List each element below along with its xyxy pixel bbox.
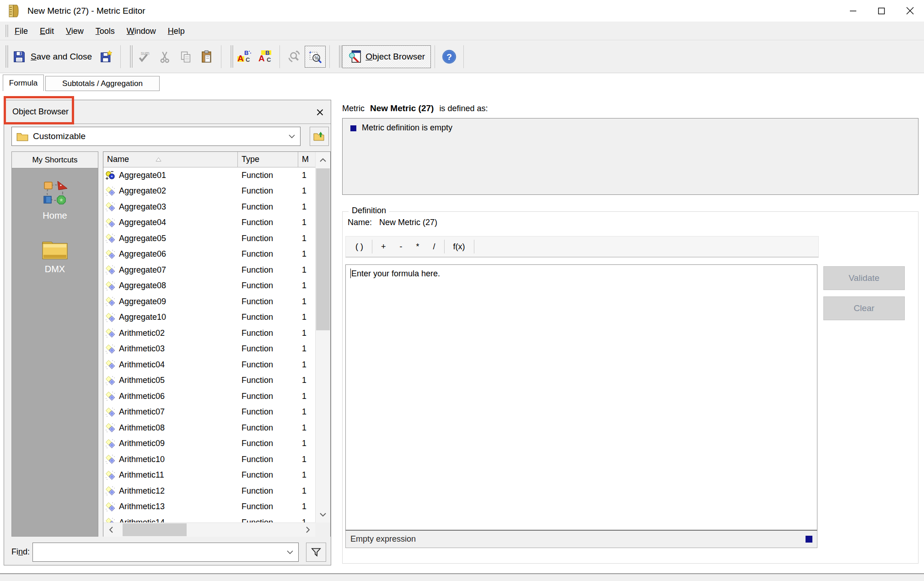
separator <box>435 45 435 68</box>
function-icon <box>105 376 115 386</box>
clear-button[interactable]: Clear <box>823 296 905 320</box>
operator-button[interactable]: + <box>374 237 393 257</box>
separator <box>474 240 474 253</box>
list-item[interactable]: Aggregate03 Function 1 <box>103 199 315 215</box>
list-item[interactable]: Arithmetic08 Function 1 <box>103 420 315 436</box>
name-value: New Metric (27) <box>379 218 437 227</box>
list-item[interactable]: Aggregate04 Function 1 <box>103 215 315 231</box>
scroll-up-icon[interactable] <box>316 152 330 167</box>
panel-close-icon[interactable] <box>314 107 325 118</box>
list-item[interactable]: Aggregate08 Function 1 <box>103 278 315 294</box>
minimize-button[interactable] <box>839 0 867 22</box>
horizontal-scrollbar[interactable] <box>103 522 315 537</box>
list-item[interactable]: Aggregate07 Function 1 <box>103 262 315 278</box>
function-icon <box>105 344 115 354</box>
close-button[interactable] <box>896 0 924 22</box>
list-item[interactable]: Arithmetic04 Function 1 <box>103 357 315 373</box>
shortcut-home[interactable]: Home <box>12 179 98 221</box>
list-item[interactable]: Arithmetic11 Function 1 <box>103 468 315 484</box>
chevron-down-icon <box>286 550 294 554</box>
list-item[interactable]: Arithmetic02 Function 1 <box>103 325 315 341</box>
object-modified: 1 <box>298 281 315 290</box>
list-item[interactable]: Arithmetic06 Function 1 <box>103 388 315 404</box>
view-formula-zoom-icon[interactable]: + % <box>305 46 326 68</box>
object-name: Arithmetic04 <box>119 360 165 370</box>
object-name: Aggregate04 <box>119 218 166 227</box>
validate-button[interactable]: Validate <box>823 266 905 290</box>
list-item[interactable]: Aggregate10 Function 1 <box>103 310 315 326</box>
toolbar-grip[interactable] <box>5 25 9 37</box>
operator-button[interactable]: ( ) <box>349 237 370 257</box>
toolbar-grip[interactable] <box>5 45 9 68</box>
svg-text:%: % <box>315 55 319 60</box>
toolbar-grip[interactable] <box>130 45 133 68</box>
column-header-modified[interactable]: M <box>298 152 315 167</box>
save-icon[interactable] <box>9 46 30 68</box>
horizontal-scroll-thumb[interactable] <box>123 523 187 536</box>
object-type: Function <box>238 171 298 180</box>
help-icon[interactable]: ? <box>439 46 460 68</box>
operator-button[interactable]: * <box>409 237 426 257</box>
object-modified: 1 <box>298 502 315 511</box>
object-modified: 1 <box>298 518 315 522</box>
operator-button[interactable]: - <box>393 237 409 257</box>
list-item[interactable]: Aggregate05 Function 1 <box>103 231 315 247</box>
list-item[interactable]: Arithmetic13 Function 1 <box>103 499 315 515</box>
save-and-close-button[interactable]: Save and Close <box>31 52 92 62</box>
object-type: Function <box>238 234 298 243</box>
shortcut-dmx[interactable]: DMX <box>12 237 98 274</box>
vertical-scroll-thumb[interactable] <box>316 168 330 330</box>
operator-button[interactable]: / <box>426 237 442 257</box>
folder-dropdown[interactable]: Customizable <box>11 127 301 146</box>
list-item[interactable]: Arithmetic09 Function 1 <box>103 436 315 452</box>
rename-abc-icon[interactable]: A B C <box>234 46 255 68</box>
list-item[interactable]: Aggregate02 Function 1 <box>103 183 315 199</box>
list-item[interactable]: Aggregate01 Function 1 <box>103 167 315 183</box>
list-item[interactable]: Arithmetic10 Function 1 <box>103 452 315 468</box>
column-header-type[interactable]: Type <box>238 152 298 167</box>
object-type: Function <box>238 202 298 212</box>
scroll-down-icon[interactable] <box>316 507 330 522</box>
paste-icon[interactable] <box>196 46 217 68</box>
object-modified: 1 <box>298 470 315 480</box>
save-as-icon[interactable] <box>96 46 117 68</box>
vertical-scrollbar[interactable] <box>315 152 330 522</box>
list-item[interactable]: Arithmetic07 Function 1 <box>103 404 315 420</box>
menu-item-view[interactable]: View <box>60 22 90 40</box>
tab-subtotals-aggregation[interactable]: Subtotals / Aggregation <box>45 76 160 91</box>
column-header-name[interactable]: Name <box>103 152 238 167</box>
list-item[interactable]: Arithmetic14 Function 1 <box>103 515 315 522</box>
scroll-right-icon[interactable] <box>301 523 315 537</box>
filter-funnel-icon <box>311 547 322 558</box>
annotation-highlight <box>4 96 74 124</box>
menu-item-edit[interactable]: Edit <box>34 22 60 40</box>
find-input[interactable] <box>32 543 299 562</box>
list-item[interactable]: Arithmetic03 Function 1 <box>103 341 315 357</box>
function-icon <box>105 423 115 433</box>
object-name: Aggregate07 <box>119 265 166 275</box>
menu-item-tools[interactable]: Tools <box>90 22 121 40</box>
object-modified: 1 <box>298 249 315 259</box>
toolbar-grip[interactable] <box>339 45 342 68</box>
separator <box>372 240 372 253</box>
filter-button[interactable] <box>306 543 326 562</box>
maximize-button[interactable] <box>867 0 896 22</box>
list-item[interactable]: Aggregate09 Function 1 <box>103 294 315 310</box>
spelling-abc-icon[interactable]: A B C <box>255 46 276 68</box>
menu-item-file[interactable]: File <box>9 22 34 40</box>
object-name: Aggregate10 <box>119 312 166 322</box>
object-name: Aggregate06 <box>119 249 166 259</box>
menu-item-window[interactable]: Window <box>121 22 162 40</box>
up-one-level-button[interactable] <box>310 127 329 146</box>
tab-formula[interactable]: Formula <box>3 75 44 91</box>
scroll-left-icon[interactable] <box>103 523 118 537</box>
menu-item-help[interactable]: Help <box>162 22 191 40</box>
my-shortcuts-header[interactable]: My Shortcuts <box>12 152 98 168</box>
toolbar-grip[interactable] <box>231 45 234 68</box>
list-item[interactable]: Arithmetic05 Function 1 <box>103 373 315 389</box>
formula-editor[interactable]: Enter your formula here. <box>345 264 817 531</box>
list-item[interactable]: Arithmetic12 Function 1 <box>103 483 315 499</box>
operator-button[interactable]: f(x) <box>446 237 472 257</box>
object-browser-toggle-button[interactable]: Object Browser <box>342 45 431 68</box>
list-item[interactable]: Aggregate06 Function 1 <box>103 247 315 263</box>
